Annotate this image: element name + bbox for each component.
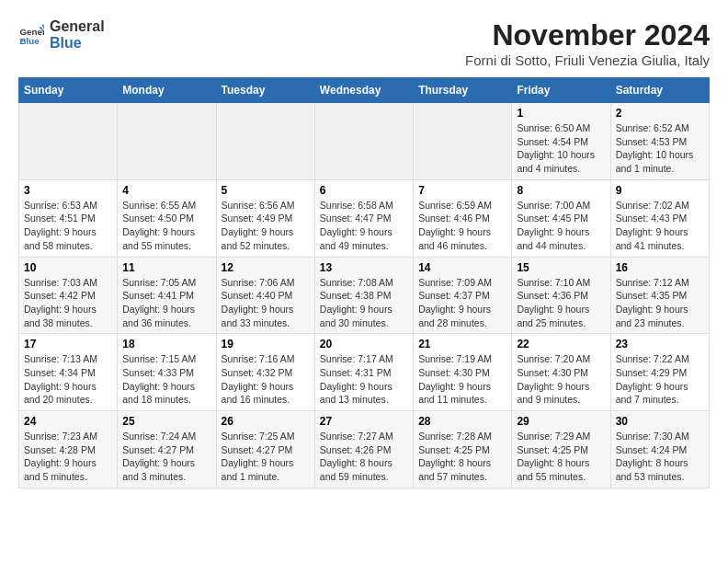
day-number: 8 <box>517 184 605 197</box>
day-info: Sunrise: 7:24 AM Sunset: 4:27 PM Dayligh… <box>122 430 210 484</box>
day-number: 30 <box>616 415 704 428</box>
week-row-4: 17Sunrise: 7:13 AM Sunset: 4:34 PM Dayli… <box>19 334 710 411</box>
day-info: Sunrise: 7:00 AM Sunset: 4:45 PM Dayligh… <box>517 199 605 253</box>
svg-text:Blue: Blue <box>19 35 40 45</box>
header-cell-tuesday: Tuesday <box>216 78 314 103</box>
day-number: 20 <box>320 338 408 350</box>
day-info: Sunrise: 7:12 AM Sunset: 4:35 PM Dayligh… <box>616 276 704 330</box>
header-cell-monday: Monday <box>118 78 216 103</box>
day-cell: 20Sunrise: 7:17 AM Sunset: 4:31 PM Dayli… <box>314 334 413 411</box>
day-number: 7 <box>418 184 506 197</box>
day-number: 12 <box>222 261 310 274</box>
title-area: November 2024 Forni di Sotto, Friuli Ven… <box>465 18 710 68</box>
day-info: Sunrise: 7:23 AM Sunset: 4:28 PM Dayligh… <box>24 430 112 484</box>
day-cell: 5Sunrise: 6:56 AM Sunset: 4:49 PM Daylig… <box>216 179 314 257</box>
day-cell: 1Sunrise: 6:50 AM Sunset: 4:54 PM Daylig… <box>512 103 610 180</box>
day-info: Sunrise: 7:09 AM Sunset: 4:37 PM Dayligh… <box>418 276 506 330</box>
day-info: Sunrise: 7:10 AM Sunset: 4:36 PM Dayligh… <box>517 276 605 330</box>
day-cell: 21Sunrise: 7:19 AM Sunset: 4:30 PM Dayli… <box>414 334 512 411</box>
calendar-body: 1Sunrise: 6:50 AM Sunset: 4:54 PM Daylig… <box>19 103 710 488</box>
day-info: Sunrise: 7:28 AM Sunset: 4:25 PM Dayligh… <box>418 430 506 484</box>
header: General Blue General Blue November 2024 … <box>18 18 710 68</box>
day-number: 14 <box>418 261 506 274</box>
logo-icon: General Blue <box>18 22 44 48</box>
day-cell: 28Sunrise: 7:28 AM Sunset: 4:25 PM Dayli… <box>414 411 512 488</box>
day-info: Sunrise: 7:19 AM Sunset: 4:30 PM Dayligh… <box>418 352 506 407</box>
day-cell: 17Sunrise: 7:13 AM Sunset: 4:34 PM Dayli… <box>19 334 118 411</box>
day-number: 28 <box>418 415 506 428</box>
day-number: 29 <box>517 415 605 428</box>
day-info: Sunrise: 7:08 AM Sunset: 4:38 PM Dayligh… <box>320 276 408 330</box>
week-row-5: 24Sunrise: 7:23 AM Sunset: 4:28 PM Dayli… <box>19 411 710 488</box>
day-info: Sunrise: 7:05 AM Sunset: 4:41 PM Dayligh… <box>122 276 210 330</box>
day-number: 4 <box>122 184 210 197</box>
logo-blue: Blue <box>50 35 105 52</box>
day-number: 26 <box>222 415 310 428</box>
day-info: Sunrise: 6:55 AM Sunset: 4:50 PM Dayligh… <box>122 199 210 253</box>
day-info: Sunrise: 7:17 AM Sunset: 4:31 PM Dayligh… <box>320 352 408 407</box>
day-number: 1 <box>517 107 605 120</box>
day-info: Sunrise: 7:22 AM Sunset: 4:29 PM Dayligh… <box>616 352 704 407</box>
day-cell: 12Sunrise: 7:06 AM Sunset: 4:40 PM Dayli… <box>216 257 314 334</box>
logo-general: General <box>50 18 105 35</box>
day-number: 15 <box>517 261 605 274</box>
day-info: Sunrise: 7:16 AM Sunset: 4:32 PM Dayligh… <box>222 352 310 407</box>
day-cell: 6Sunrise: 6:58 AM Sunset: 4:47 PM Daylig… <box>314 179 413 257</box>
day-number: 9 <box>616 184 704 197</box>
day-info: Sunrise: 7:15 AM Sunset: 4:33 PM Dayligh… <box>122 352 210 407</box>
day-number: 6 <box>320 184 408 197</box>
day-number: 2 <box>616 107 704 120</box>
day-info: Sunrise: 6:52 AM Sunset: 4:53 PM Dayligh… <box>616 121 704 176</box>
day-info: Sunrise: 7:03 AM Sunset: 4:42 PM Dayligh… <box>24 276 112 330</box>
header-cell-saturday: Saturday <box>610 78 709 103</box>
day-number: 21 <box>418 338 506 350</box>
week-row-1: 1Sunrise: 6:50 AM Sunset: 4:54 PM Daylig… <box>19 103 710 180</box>
day-info: Sunrise: 6:53 AM Sunset: 4:51 PM Dayligh… <box>24 199 112 253</box>
day-info: Sunrise: 7:25 AM Sunset: 4:27 PM Dayligh… <box>222 430 310 484</box>
header-cell-wednesday: Wednesday <box>314 78 413 103</box>
day-number: 10 <box>24 261 112 274</box>
day-number: 23 <box>616 338 704 350</box>
day-number: 13 <box>320 261 408 274</box>
logo: General Blue General Blue <box>18 18 105 51</box>
day-cell: 27Sunrise: 7:27 AM Sunset: 4:26 PM Dayli… <box>314 411 413 488</box>
calendar-table: SundayMondayTuesdayWednesdayThursdayFrid… <box>18 77 710 488</box>
day-cell: 7Sunrise: 6:59 AM Sunset: 4:46 PM Daylig… <box>414 179 512 257</box>
day-cell: 13Sunrise: 7:08 AM Sunset: 4:38 PM Dayli… <box>314 257 413 334</box>
day-info: Sunrise: 7:02 AM Sunset: 4:43 PM Dayligh… <box>616 199 704 253</box>
day-number: 24 <box>24 415 112 428</box>
day-cell: 3Sunrise: 6:53 AM Sunset: 4:51 PM Daylig… <box>19 179 118 257</box>
day-cell: 30Sunrise: 7:30 AM Sunset: 4:24 PM Dayli… <box>610 411 709 488</box>
day-number: 16 <box>616 261 704 274</box>
day-cell: 4Sunrise: 6:55 AM Sunset: 4:50 PM Daylig… <box>118 179 216 257</box>
day-cell <box>19 103 118 180</box>
day-cell: 25Sunrise: 7:24 AM Sunset: 4:27 PM Dayli… <box>118 411 216 488</box>
day-cell <box>118 103 216 180</box>
header-cell-friday: Friday <box>512 78 610 103</box>
header-cell-thursday: Thursday <box>414 78 512 103</box>
day-info: Sunrise: 6:50 AM Sunset: 4:54 PM Dayligh… <box>517 121 605 176</box>
day-cell: 10Sunrise: 7:03 AM Sunset: 4:42 PM Dayli… <box>19 257 118 334</box>
day-cell: 8Sunrise: 7:00 AM Sunset: 4:45 PM Daylig… <box>512 179 610 257</box>
week-row-2: 3Sunrise: 6:53 AM Sunset: 4:51 PM Daylig… <box>19 179 710 257</box>
day-number: 27 <box>320 415 408 428</box>
day-cell <box>414 103 512 180</box>
day-info: Sunrise: 7:13 AM Sunset: 4:34 PM Dayligh… <box>24 352 112 407</box>
day-cell: 24Sunrise: 7:23 AM Sunset: 4:28 PM Dayli… <box>19 411 118 488</box>
calendar-header: SundayMondayTuesdayWednesdayThursdayFrid… <box>19 78 710 103</box>
day-info: Sunrise: 7:27 AM Sunset: 4:26 PM Dayligh… <box>320 430 408 484</box>
day-cell: 15Sunrise: 7:10 AM Sunset: 4:36 PM Dayli… <box>512 257 610 334</box>
day-info: Sunrise: 7:20 AM Sunset: 4:30 PM Dayligh… <box>517 352 605 407</box>
day-number: 11 <box>122 261 210 274</box>
day-number: 5 <box>222 184 310 197</box>
day-cell: 18Sunrise: 7:15 AM Sunset: 4:33 PM Dayli… <box>118 334 216 411</box>
day-number: 25 <box>122 415 210 428</box>
day-info: Sunrise: 7:30 AM Sunset: 4:24 PM Dayligh… <box>616 430 704 484</box>
page-title: November 2024 <box>465 18 710 52</box>
day-cell: 22Sunrise: 7:20 AM Sunset: 4:30 PM Dayli… <box>512 334 610 411</box>
day-number: 22 <box>517 338 605 350</box>
day-cell <box>314 103 413 180</box>
day-cell: 2Sunrise: 6:52 AM Sunset: 4:53 PM Daylig… <box>610 103 709 180</box>
day-cell: 19Sunrise: 7:16 AM Sunset: 4:32 PM Dayli… <box>216 334 314 411</box>
day-number: 3 <box>24 184 112 197</box>
